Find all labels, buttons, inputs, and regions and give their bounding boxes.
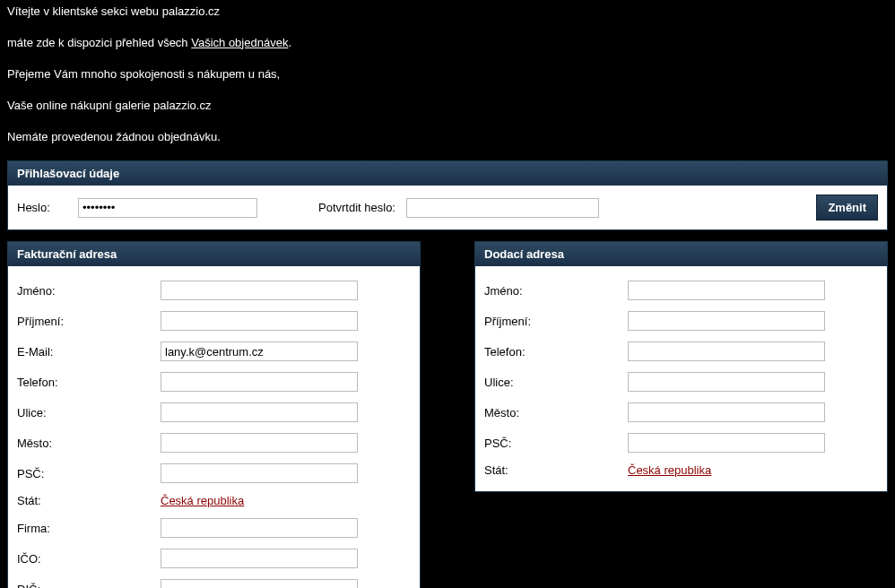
billing-prijmeni-input[interactable] xyxy=(161,311,358,331)
billing-mesto-label: Město: xyxy=(17,437,161,450)
shipping-psc-input[interactable] xyxy=(628,433,825,453)
billing-ico-label: IČO: xyxy=(17,552,161,566)
billing-header: Fakturační adresa xyxy=(8,242,420,266)
billing-mesto-input[interactable] xyxy=(161,433,358,453)
shipping-jmeno-input[interactable] xyxy=(628,281,825,300)
billing-ulice-label: Ulice: xyxy=(17,406,161,419)
shipping-prijmeni-label: Příjmení: xyxy=(484,315,628,328)
confirm-password-label: Potvrtdit heslo: xyxy=(318,201,399,214)
billing-telefon-input[interactable] xyxy=(161,372,358,392)
billing-psc-label: PSČ: xyxy=(17,467,161,480)
shipping-ulice-label: Ulice: xyxy=(484,376,628,389)
billing-dic-label: DIČ: xyxy=(17,583,161,588)
shipping-telefon-input[interactable] xyxy=(628,342,825,361)
billing-jmeno-label: Jméno: xyxy=(17,284,161,298)
billing-email-label: E-Mail: xyxy=(17,345,161,359)
billing-ico-input[interactable] xyxy=(161,549,358,568)
intro-line4: Vaše online nákupní galerie palazzio.cz xyxy=(7,99,888,114)
change-button[interactable]: Změnit xyxy=(816,195,878,220)
shipping-header: Dodací adresa xyxy=(475,242,887,266)
billing-email-input[interactable] xyxy=(161,342,358,361)
password-input[interactable] xyxy=(78,198,257,218)
intro-text: Vítejte v klientské sekci webu palazzio.… xyxy=(7,4,888,144)
shipping-mesto-label: Město: xyxy=(484,406,628,419)
password-label: Heslo: xyxy=(17,201,71,214)
intro-line5: Nemáte provedenou žádnou objednávku. xyxy=(7,130,888,145)
shipping-ulice-input[interactable] xyxy=(628,372,825,392)
shipping-stat-link[interactable]: Česká republika xyxy=(628,463,711,477)
billing-dic-input[interactable] xyxy=(161,579,358,588)
intro-line3: Přejeme Vám mnoho spokojenosti s nákupem… xyxy=(7,67,888,82)
billing-firma-input[interactable] xyxy=(161,518,358,538)
shipping-panel: Dodací adresa Jméno: Příjmení: Telefon: … xyxy=(474,241,888,492)
orders-link[interactable]: Vašich objednávek xyxy=(191,36,288,49)
billing-ulice-input[interactable] xyxy=(161,402,358,422)
billing-stat-link[interactable]: Česká republika xyxy=(161,494,244,507)
billing-stat-label: Stát: xyxy=(17,494,161,507)
intro-line1: Vítejte v klientské sekci webu palazzio.… xyxy=(7,4,888,20)
shipping-prijmeni-input[interactable] xyxy=(628,311,825,331)
login-header: Přihlašovací údaje xyxy=(8,161,887,186)
billing-panel: Fakturační adresa Jméno: Příjmení: E-Mai… xyxy=(7,241,421,588)
shipping-mesto-input[interactable] xyxy=(628,402,825,422)
shipping-stat-label: Stát: xyxy=(484,463,628,477)
confirm-password-input[interactable] xyxy=(406,198,599,218)
billing-jmeno-input[interactable] xyxy=(161,281,358,300)
login-panel: Přihlašovací údaje Heslo: Potvrtdit hesl… xyxy=(7,160,888,230)
billing-psc-input[interactable] xyxy=(161,463,358,483)
billing-firma-label: Firma: xyxy=(17,522,161,535)
intro-line2: máte zde k dispozici přehled všech Vašic… xyxy=(7,36,888,51)
shipping-psc-label: PSČ: xyxy=(484,437,628,450)
billing-prijmeni-label: Příjmení: xyxy=(17,315,161,328)
shipping-jmeno-label: Jméno: xyxy=(484,284,628,298)
billing-telefon-label: Telefon: xyxy=(17,376,161,389)
shipping-telefon-label: Telefon: xyxy=(484,345,628,359)
